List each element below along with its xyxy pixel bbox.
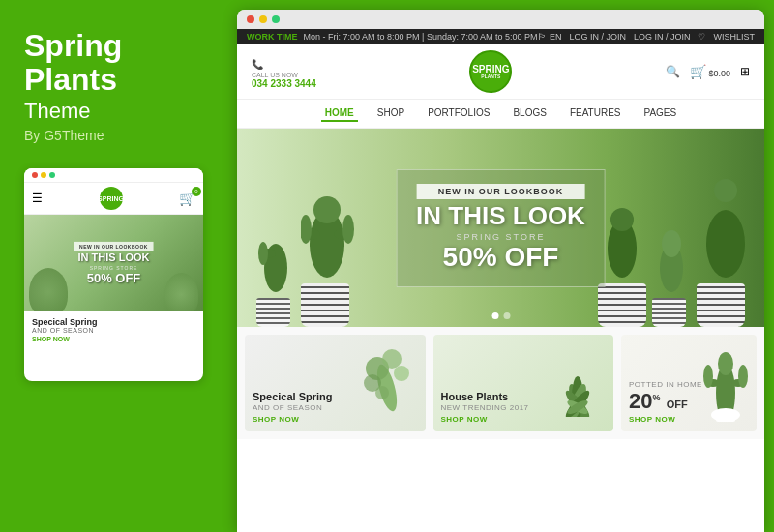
mobile-logo-area: SPRING <box>100 187 123 210</box>
card1-shop-link[interactable]: SHOP NOW <box>253 415 418 424</box>
svg-point-2 <box>258 242 268 265</box>
wishlist-button[interactable]: WISHLIST <box>713 32 755 42</box>
featured-card-2: House Plants New Trending 2017 SHOP NOW <box>433 335 614 431</box>
svg-point-31 <box>718 352 733 375</box>
eucalyptus-svg <box>353 340 421 412</box>
website-content: WORK TIME Mon - Fri: 7:00 AM to 8:00 PM … <box>237 29 764 532</box>
flag-icon: 🏳 <box>538 32 547 42</box>
slider-pagination <box>491 312 510 319</box>
cactus-right-2 <box>652 220 691 327</box>
nav-shop[interactable]: SHOP <box>373 105 408 122</box>
hero-off-suffix: % OFF <box>473 242 559 272</box>
mobile-dot-green <box>49 172 55 178</box>
mobile-plant-right <box>164 273 198 311</box>
cactus-svg-4 <box>652 220 691 292</box>
cart-symbol: 🛒 <box>690 64 706 79</box>
tall-cactus-svg <box>699 340 752 422</box>
mobile-window-controls <box>32 172 55 178</box>
mobile-mockup: ☰ SPRING 🛒 0 NEW IN OUR LOOKBOOK IN THIS… <box>24 168 203 381</box>
top-bar: WORK TIME Mon - Fri: 7:00 AM to 8:00 PM … <box>237 29 764 44</box>
theme-title-text: Spring Plants <box>24 29 213 97</box>
browser-titlebar <box>237 10 764 29</box>
nav-features[interactable]: FEATURES <box>566 105 625 122</box>
mobile-logo-text: SPRING <box>98 195 124 202</box>
featured-card-1: Specical Spring AND OF SEASON SHOP NOW <box>245 335 426 431</box>
wishlist-icon: ♡ <box>698 32 705 42</box>
svg-rect-37 <box>716 412 735 422</box>
theme-author: By G5Theme <box>24 128 213 143</box>
mobile-cart[interactable]: 🛒 0 <box>179 191 195 206</box>
mobile-hero-title: IN THIS LOOK <box>74 251 154 264</box>
pot-right-large <box>697 283 745 327</box>
theme-title: Spring Plants Theme By G5Theme <box>24 29 213 143</box>
phone-icon: 📞 <box>252 59 263 70</box>
cart-amount: $0.00 <box>708 69 730 78</box>
top-bar-left: WORK TIME Mon - Fri: 7:00 AM to 8:00 PM … <box>247 32 537 42</box>
slider-dot-2[interactable] <box>503 312 510 319</box>
percent-number: 20 <box>629 389 652 413</box>
browser-mockup: WORK TIME Mon - Fri: 7:00 AM to 8:00 PM … <box>237 10 764 532</box>
percent-sign: % <box>652 393 660 402</box>
mobile-dots-bar <box>24 168 203 183</box>
logo-line2: PLANTS <box>481 74 500 79</box>
svg-point-22 <box>375 386 389 399</box>
hero-main-title: IN THIS LOOK <box>416 203 585 228</box>
phone-label: CALL US NOW 034 2333 3444 <box>252 72 316 89</box>
work-hours: Mon - Fri: 7:00 AM to 8:00 PM | Sunday: … <box>304 32 538 42</box>
search-icon[interactable]: 🔍 <box>666 65 680 78</box>
mobile-menu-icon[interactable]: ☰ <box>32 192 43 205</box>
mobile-dot-red <box>32 172 38 178</box>
header-actions: 🔍 🛒 $0.00 ⊞ <box>666 64 750 79</box>
hero-off-text: 50% OFF <box>416 242 585 273</box>
pot-right-small <box>652 298 686 327</box>
main-navigation: HOME SHOP PORTFOLIOS BLOGS FEATURES PAGE… <box>237 100 764 129</box>
login-button[interactable]: LOG IN / JOIN <box>569 32 626 42</box>
pot-small <box>256 298 290 327</box>
site-logo[interactable]: SPRING PLANTS <box>469 50 512 93</box>
cactus-svg-1 <box>256 215 295 292</box>
svg-point-14 <box>706 210 745 278</box>
card3-plant <box>699 340 752 422</box>
mobile-hero: NEW IN OUR LOOKBOOK IN THIS LOOK SPRING … <box>24 215 203 311</box>
language-code: EN <box>550 32 562 42</box>
svg-point-16 <box>714 179 737 202</box>
browser-dot-red[interactable] <box>247 15 254 23</box>
nav-blogs[interactable]: BLOGS <box>509 105 550 122</box>
logo-circle: SPRING PLANTS <box>469 50 512 93</box>
hero-store-text: SPRING STORE <box>416 232 585 242</box>
svg-point-5 <box>313 196 341 223</box>
sidebar-toggle-icon[interactable]: ⊞ <box>740 65 750 78</box>
mobile-logo: SPRING <box>100 187 123 210</box>
hero-badge: NEW IN OUR LOOKBOOK <box>416 184 585 199</box>
svg-point-9 <box>342 215 354 244</box>
theme-subtitle: Theme <box>24 99 213 124</box>
svg-point-33 <box>703 365 713 388</box>
svg-point-35 <box>738 365 748 388</box>
browser-dot-green[interactable] <box>272 15 280 23</box>
cactus-large-left <box>301 181 354 327</box>
cart-icon[interactable]: 🛒 $0.00 <box>690 64 730 79</box>
card2-plant <box>541 335 613 417</box>
work-time-label: WORK TIME <box>247 32 298 42</box>
pot-right <box>598 283 646 327</box>
logo-line1: SPRING <box>472 65 509 74</box>
svg-point-13 <box>662 230 681 257</box>
mobile-product-title: Specical Spring <box>32 317 195 327</box>
mobile-plant-left <box>29 268 68 311</box>
off-text: OFF <box>667 399 688 410</box>
cactus-svg-5 <box>697 171 755 278</box>
cactus-right-3 <box>697 171 755 327</box>
login-text[interactable]: LOG IN / JOIN <box>634 32 691 42</box>
top-bar-right: 🏳 EN LOG IN / JOIN LOG IN / JOIN ♡ WISHL… <box>538 32 755 42</box>
mobile-hero-badge: NEW IN OUR LOOKBOOK <box>74 242 154 251</box>
hero-slider: NEW IN OUR LOOKBOOK IN THIS LOOK SPRING … <box>237 129 764 327</box>
svg-point-21 <box>394 366 409 381</box>
slider-dot-1[interactable] <box>491 312 498 319</box>
featured-card-3: POTTED IN HOME 20% OFF SHOP NOW <box>621 335 757 431</box>
language-selector[interactable]: 🏳 EN <box>538 32 562 42</box>
mobile-shop-now-link[interactable]: SHOP NOW <box>32 336 195 342</box>
browser-dot-yellow[interactable] <box>259 15 267 23</box>
nav-portfolios[interactable]: PORTFOLIOS <box>424 105 493 122</box>
nav-home[interactable]: HOME <box>321 105 358 122</box>
nav-pages[interactable]: PAGES <box>640 105 680 122</box>
